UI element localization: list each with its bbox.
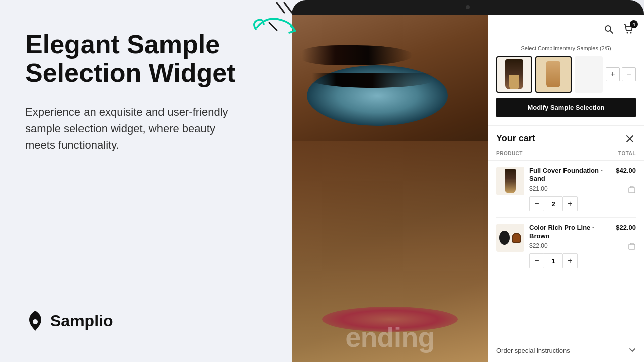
product-col-label: PRODUCT xyxy=(496,151,523,156)
item-details-1: Full Cover Foundation - Sand $21.00 − 2 … xyxy=(529,167,611,212)
item-details-2: Color Rich Pro Line - Brown $22.00 − 1 + xyxy=(529,224,611,268)
qty-increase-1[interactable]: + xyxy=(562,196,578,211)
cart-item-2: Color Rich Pro Line - Brown $22.00 − 1 +… xyxy=(496,218,636,275)
svg-point-0 xyxy=(33,319,38,324)
qty-decrease-2[interactable]: − xyxy=(529,253,544,268)
qty-value-1: 2 xyxy=(544,196,562,211)
color-rich-circle xyxy=(499,231,510,245)
store-topbar: 4 xyxy=(488,15,644,43)
item-name-1: Full Cover Foundation - Sand xyxy=(529,167,611,184)
total-col-label: TOTAL xyxy=(618,151,636,156)
item-total-1: $42.00 xyxy=(616,167,636,174)
item-price-1: $21.00 xyxy=(529,185,611,192)
qty-controls-1: − 2 + xyxy=(529,196,611,211)
cart-item-1: Full Cover Foundation - Sand $21.00 − 2 … xyxy=(496,161,636,218)
trending-text: ending xyxy=(345,321,435,353)
qty-increase-2[interactable]: + xyxy=(562,253,578,268)
logo-area: Samplio xyxy=(25,310,267,332)
samples-add-remove: + − xyxy=(606,67,636,81)
sample-thumb-1[interactable] xyxy=(496,56,532,93)
close-cart-button[interactable] xyxy=(624,133,636,145)
svg-line-5 xyxy=(610,31,613,33)
cart-columns: PRODUCT TOTAL xyxy=(488,149,644,161)
qty-value-2: 1 xyxy=(544,253,562,268)
left-panel: Elegant Sample Selection Widget Experien… xyxy=(0,0,292,362)
cart-panel: Choose complimentary samples with your o… xyxy=(488,15,644,362)
cart-item-row-2: Color Rich Pro Line - Brown $22.00 − 1 +… xyxy=(496,224,636,268)
page-description: Experience an exquisite and user-friendl… xyxy=(25,104,242,153)
foundation-image xyxy=(505,169,516,193)
cart-title: Your cart xyxy=(496,133,535,144)
cart-badge: 4 xyxy=(630,20,638,28)
eyebrow xyxy=(302,45,413,65)
sample-thumb-empty xyxy=(575,56,603,93)
qty-decrease-1[interactable]: − xyxy=(529,196,544,211)
item-image-2 xyxy=(496,224,524,252)
cart-button[interactable]: 4 xyxy=(622,22,636,36)
page-headline: Elegant Sample Selection Widget xyxy=(25,30,267,87)
logo-text: Samplio xyxy=(50,312,113,330)
cart-item-row-1: Full Cover Foundation - Sand $21.00 − 2 … xyxy=(496,167,636,212)
svg-point-7 xyxy=(630,32,632,33)
tablet-inner: ending 4 xyxy=(292,15,644,362)
samples-thumbnails: + − xyxy=(496,56,636,93)
svg-rect-14 xyxy=(629,244,635,249)
order-instructions-label: Order special instructions xyxy=(496,347,570,354)
item-total-2: $22.00 xyxy=(616,224,636,231)
samplio-logo-icon xyxy=(25,310,45,332)
chevron-down-icon xyxy=(629,346,636,355)
right-panel: ending 4 xyxy=(292,0,644,362)
cart-header: Your cart xyxy=(488,126,644,149)
order-instructions[interactable]: Order special instructions xyxy=(488,339,644,362)
item-price-2: $22.00 xyxy=(529,242,611,249)
item-delete-1[interactable] xyxy=(628,186,636,194)
item-image-1 xyxy=(496,167,524,195)
lashes xyxy=(312,73,433,88)
samples-select-label: Select Complimentary Samples (2/5) xyxy=(496,45,636,51)
background-image: ending xyxy=(292,15,488,362)
color-rich-pot xyxy=(512,233,521,243)
sample-product-foundation xyxy=(505,59,523,89)
svg-rect-10 xyxy=(629,188,635,193)
sample-thumb-2[interactable] xyxy=(535,56,572,93)
cart-items: Full Cover Foundation - Sand $21.00 − 2 … xyxy=(488,161,644,339)
tablet-camera xyxy=(466,5,470,9)
remove-sample-button[interactable]: − xyxy=(622,67,636,81)
main-content: Elegant Sample Selection Widget Experien… xyxy=(25,30,267,153)
item-name-2: Color Rich Pro Line - Brown xyxy=(529,224,611,241)
qty-controls-2: − 1 + xyxy=(529,253,611,268)
trending-overlay: ending xyxy=(292,312,488,362)
add-sample-button[interactable]: + xyxy=(606,67,620,81)
item-delete-2[interactable] xyxy=(628,242,636,250)
tablet-frame: ending 4 xyxy=(292,0,644,362)
modify-sample-button[interactable]: Modify Sample Selection xyxy=(496,98,636,117)
svg-point-4 xyxy=(605,26,611,31)
svg-point-6 xyxy=(627,32,628,33)
search-button[interactable] xyxy=(602,22,616,36)
sample-product-tube xyxy=(546,61,560,87)
